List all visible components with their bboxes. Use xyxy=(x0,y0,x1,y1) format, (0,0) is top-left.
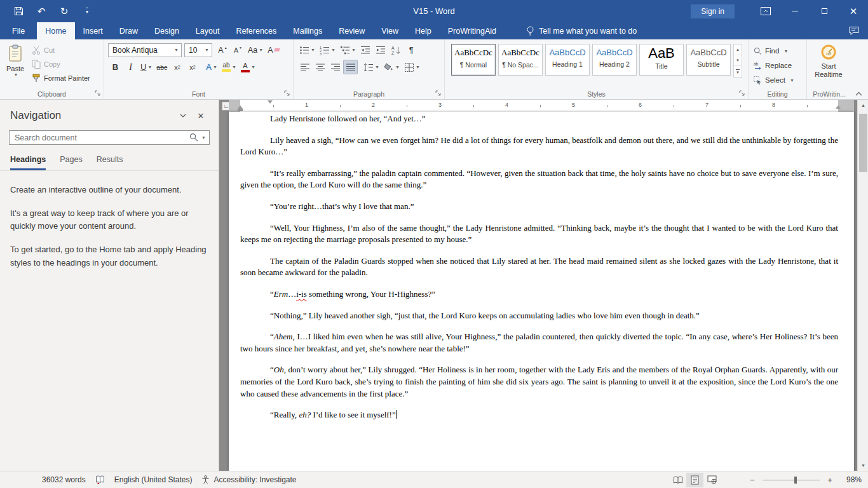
copy-button[interactable]: Copy xyxy=(29,57,93,71)
decrease-indent-button[interactable] xyxy=(358,43,373,57)
undo-icon[interactable]: ↶ xyxy=(33,3,50,20)
document-paragraph[interactable]: Lady Henristone followed on her, “And ye… xyxy=(240,113,838,125)
search-options-chevron-icon[interactable]: ▼ xyxy=(201,135,206,140)
italic-button[interactable]: I xyxy=(123,60,138,74)
web-layout-button[interactable] xyxy=(703,473,721,487)
close-button[interactable]: ✕ xyxy=(839,0,868,22)
customize-qat-button[interactable]: ▾ xyxy=(79,3,95,20)
style-heading-2[interactable]: AaBbCcD Heading 2 xyxy=(592,44,637,76)
document-paragraph[interactable]: “Well, Your Highness, I’m also of the sa… xyxy=(240,222,838,246)
superscript-button[interactable]: x2 xyxy=(185,60,200,74)
align-right-button[interactable] xyxy=(328,60,342,74)
multilevel-list-button[interactable]: ▼ xyxy=(338,43,358,57)
tab-review[interactable]: Review xyxy=(330,22,373,39)
underline-button[interactable]: U▼ xyxy=(139,60,154,74)
styles-dialog-launcher[interactable] xyxy=(738,90,746,97)
nav-tab-results[interactable]: Results xyxy=(97,155,123,170)
find-button[interactable]: Find ▼ xyxy=(754,44,801,57)
clear-formatting-button[interactable]: A xyxy=(266,43,281,57)
maximize-button[interactable] xyxy=(810,0,839,22)
grow-font-button[interactable]: A▲ xyxy=(215,43,230,57)
nav-tab-pages[interactable]: Pages xyxy=(60,155,82,170)
tab-mailings[interactable]: Mailings xyxy=(285,22,330,39)
navigation-close-icon[interactable]: ✕ xyxy=(192,109,210,123)
justify-button[interactable] xyxy=(343,60,358,74)
scrollbar-thumb[interactable] xyxy=(859,114,867,172)
document-paragraph[interactable]: “You’re right…that’s why I love that man… xyxy=(240,201,838,213)
bold-button[interactable]: B xyxy=(108,60,123,74)
bullets-button[interactable]: ▼ xyxy=(297,43,317,57)
document-paragraph[interactable]: Lily heaved a sigh, “How can we even for… xyxy=(240,135,838,158)
increase-indent-button[interactable] xyxy=(374,43,388,57)
ribbon-display-options-button[interactable] xyxy=(751,0,780,22)
tab-insert[interactable]: Insert xyxy=(75,22,111,39)
style-normal[interactable]: AaBbCcDc ¶ Normal xyxy=(451,44,496,76)
search-document-input[interactable] xyxy=(9,130,210,145)
print-layout-button[interactable] xyxy=(686,473,703,487)
select-button[interactable]: Select ▼ xyxy=(754,74,801,86)
styles-more-button[interactable]: ▼ xyxy=(734,66,742,77)
document-paragraph[interactable]: “Really, eh? I’d like to see it myself!” xyxy=(240,409,838,421)
numbering-button[interactable]: 123 ▼ xyxy=(318,43,337,57)
document-paragraph[interactable]: “Oh, don’t worry about her,” Lily shrugg… xyxy=(240,364,838,400)
document-page[interactable]: Lady Henristone followed on her, “And ye… xyxy=(229,112,854,471)
align-center-button[interactable] xyxy=(313,60,327,74)
strikethrough-button[interactable]: abc xyxy=(154,60,169,74)
shrink-font-button[interactable]: A▼ xyxy=(231,43,245,57)
save-button[interactable] xyxy=(10,3,27,20)
replace-button[interactable]: ab Replace xyxy=(754,59,801,72)
zoom-slider-thumb[interactable] xyxy=(794,477,797,484)
change-case-button[interactable]: Aa▼ xyxy=(246,43,265,57)
tab-file[interactable]: File xyxy=(0,22,37,39)
font-color-button[interactable]: A▼ xyxy=(239,60,257,74)
document-paragraph[interactable]: “It’s really embarrassing,” the paladin … xyxy=(240,168,838,191)
document-paragraph[interactable]: “Erm…i-is something wrong, Your H-Highne… xyxy=(240,288,838,301)
read-mode-button[interactable] xyxy=(669,473,686,487)
first-line-indent-marker[interactable] xyxy=(268,100,273,104)
paragraph-dialog-launcher[interactable] xyxy=(435,90,442,97)
font-size-combo[interactable]: 10 ▼ xyxy=(184,43,212,57)
document-paragraph[interactable]: “Nothing,” Lily heaved another sigh, “ju… xyxy=(240,310,838,322)
styles-scroll-up-button[interactable]: ▲ xyxy=(734,44,742,55)
cut-button[interactable]: Cut xyxy=(29,43,93,57)
tab-view[interactable]: View xyxy=(373,22,407,39)
scroll-up-button[interactable]: ▲ xyxy=(858,100,868,111)
shading-button[interactable]: ▼ xyxy=(382,60,402,74)
tab-home[interactable]: Home xyxy=(37,22,74,39)
sort-button[interactable]: AZ xyxy=(389,43,403,57)
scroll-down-button[interactable]: ▼ xyxy=(858,460,868,471)
clipboard-dialog-launcher[interactable] xyxy=(94,90,102,97)
line-spacing-button[interactable]: ▼ xyxy=(362,60,381,74)
style-title[interactable]: AaB Title xyxy=(639,44,684,76)
font-dialog-launcher[interactable] xyxy=(283,90,291,97)
zoom-percentage[interactable]: 98% xyxy=(839,475,862,484)
text-highlight-button[interactable]: ab▼ xyxy=(220,60,238,74)
zoom-slider-track[interactable] xyxy=(763,480,820,480)
show-hide-pilcrow-button[interactable]: ¶ xyxy=(404,43,419,57)
accessibility-status[interactable]: Accessibility: Investigate xyxy=(201,475,296,484)
left-indent-marker[interactable] xyxy=(238,109,243,111)
subscript-button[interactable]: x2 xyxy=(170,60,184,74)
text-effects-button[interactable]: A▼ xyxy=(204,60,219,74)
tab-prowritingaid[interactable]: ProWritingAid xyxy=(440,22,505,39)
zoom-out-button[interactable]: − xyxy=(747,475,757,485)
proofing-errors-icon[interactable] xyxy=(95,475,105,484)
tab-draw[interactable]: Draw xyxy=(111,22,146,39)
tab-references[interactable]: References xyxy=(227,22,285,39)
navigation-options-chevron-icon[interactable] xyxy=(174,109,192,123)
nav-tab-headings[interactable]: Headings xyxy=(10,155,46,170)
word-count[interactable]: 36032 words xyxy=(42,475,86,484)
style-heading-1[interactable]: AaBbCcD Heading 1 xyxy=(545,44,590,76)
style-subtitle[interactable]: AaBbCcD Subtitle xyxy=(686,44,731,76)
tab-design[interactable]: Design xyxy=(146,22,187,39)
paste-button[interactable]: Paste ▼ xyxy=(1,41,29,87)
redo-icon[interactable]: ↻ xyxy=(56,3,72,20)
document-paragraph[interactable]: “Ahem, I…I liked him even when he was st… xyxy=(240,331,838,355)
tell-me-box[interactable]: Tell me what you want to do xyxy=(526,22,637,39)
right-indent-marker[interactable] xyxy=(836,105,841,109)
styles-scroll-down-button[interactable]: ▼ xyxy=(734,55,742,66)
font-name-combo[interactable]: Book Antiqua ▼ xyxy=(108,43,182,57)
borders-button[interactable]: ▼ xyxy=(402,60,422,74)
collapse-ribbon-button[interactable] xyxy=(855,92,862,96)
language-indicator[interactable]: English (United States) xyxy=(114,475,193,484)
